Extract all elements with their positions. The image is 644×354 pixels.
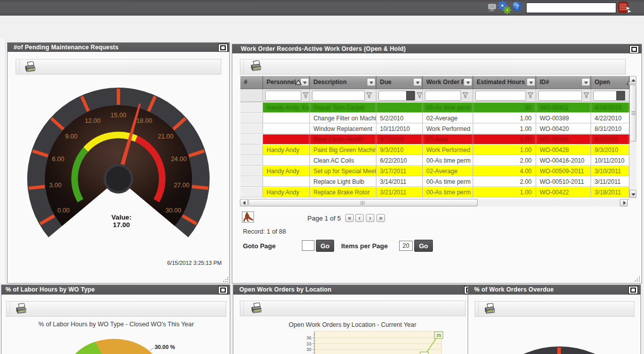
svg-text:24.00: 24.00 xyxy=(171,156,186,163)
svg-text:30: 30 xyxy=(306,347,311,352)
svg-text:36: 36 xyxy=(306,335,311,340)
svg-text:0.00: 0.00 xyxy=(57,207,70,214)
svg-text:12.00: 12.00 xyxy=(85,117,100,124)
svg-text:27.00: 27.00 xyxy=(174,182,189,189)
svg-text:35: 35 xyxy=(436,332,441,338)
svg-text:15.00: 15.00 xyxy=(110,112,126,119)
svg-text:9.00: 9.00 xyxy=(65,133,77,140)
svg-text:?: ? xyxy=(516,4,519,11)
svg-text:30.00: 30.00 xyxy=(165,207,181,214)
svg-text:30.00 %: 30.00 % xyxy=(155,344,175,350)
svg-text:33: 33 xyxy=(306,341,311,346)
svg-text:6.00: 6.00 xyxy=(52,156,64,163)
svg-text:3.00: 3.00 xyxy=(49,182,61,189)
svg-text:18.00: 18.00 xyxy=(137,117,152,124)
svg-text:21.00: 21.00 xyxy=(158,133,173,140)
